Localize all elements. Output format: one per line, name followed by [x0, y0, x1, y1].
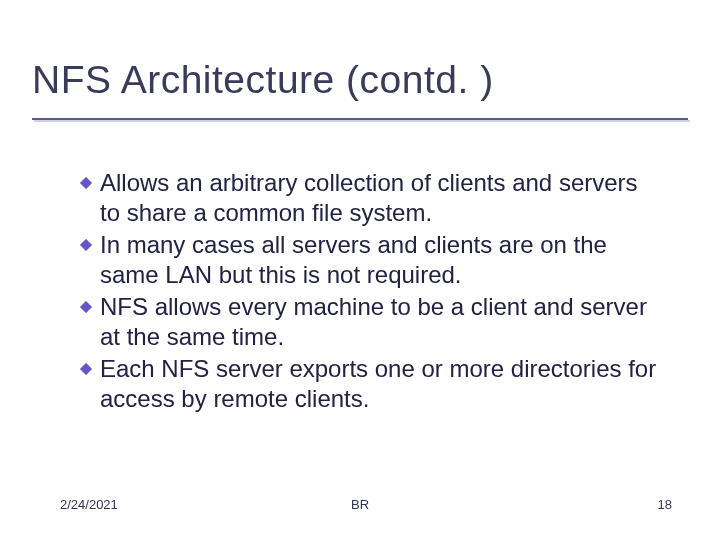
title-underline-shadow	[34, 120, 690, 122]
list-item: Each NFS server exports one or more dire…	[80, 354, 660, 414]
list-item: Allows an arbitrary collection of client…	[80, 168, 660, 228]
bullet-text: In many cases all servers and clients ar…	[100, 230, 660, 290]
bullet-text: Allows an arbitrary collection of client…	[100, 168, 660, 228]
content-area: Allows an arbitrary collection of client…	[80, 168, 660, 416]
diamond-bullet-icon	[80, 177, 92, 189]
bullet-text: NFS allows every machine to be a client …	[100, 292, 660, 352]
diamond-bullet-icon	[80, 239, 92, 251]
diamond-bullet-icon	[80, 363, 92, 375]
footer-author: BR	[351, 497, 369, 512]
footer-date: 2/24/2021	[60, 497, 118, 512]
slide-title: NFS Architecture (contd. )	[32, 58, 494, 102]
list-item: NFS allows every machine to be a client …	[80, 292, 660, 352]
slide: NFS Architecture (contd. ) Allows an arb…	[0, 0, 720, 540]
title-underline	[32, 118, 688, 120]
footer: 2/24/2021 BR 18	[0, 497, 720, 512]
footer-page-number: 18	[658, 497, 672, 512]
diamond-bullet-icon	[80, 301, 92, 313]
list-item: In many cases all servers and clients ar…	[80, 230, 660, 290]
bullet-text: Each NFS server exports one or more dire…	[100, 354, 660, 414]
